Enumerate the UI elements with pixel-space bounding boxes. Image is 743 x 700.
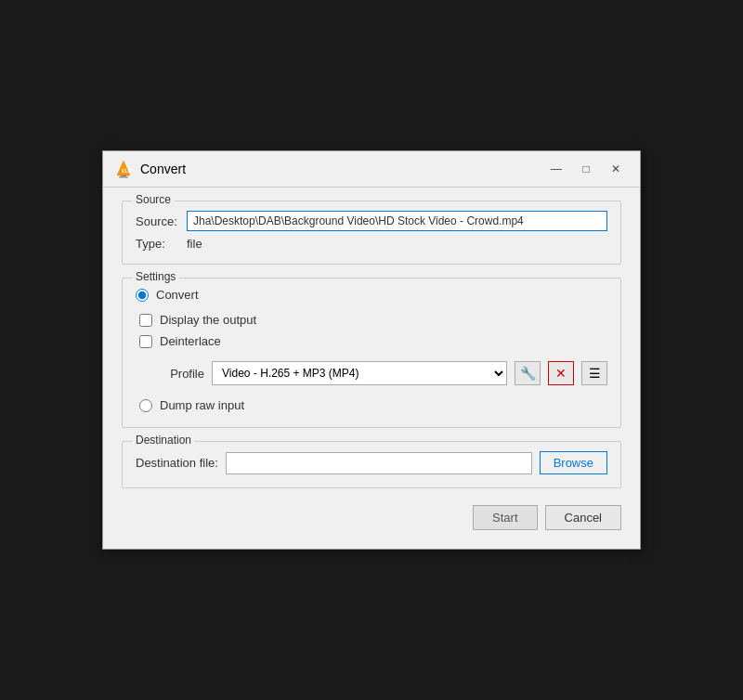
dump-radio-row: Dump raw input [139, 398, 607, 412]
cancel-button[interactable]: Cancel [545, 505, 621, 530]
svg-text:VLC: VLC [122, 168, 133, 174]
type-row: Type: file [136, 237, 607, 251]
svg-rect-2 [119, 176, 128, 177]
deinterlace-row: Deinterlace [139, 334, 607, 348]
browse-button[interactable]: Browse [540, 451, 607, 474]
type-label: Type: [136, 237, 187, 251]
start-button[interactable]: Start [473, 505, 537, 530]
content-area: Source Source: Type: file Settings Conve… [103, 188, 640, 549]
type-value: file [187, 237, 202, 251]
delete-icon: ✕ [555, 366, 567, 381]
profile-label: Profile [139, 367, 204, 381]
dump-radio-label[interactable]: Dump raw input [160, 398, 244, 412]
settings-group: Settings Convert Display the output Dein… [122, 278, 621, 428]
close-button[interactable]: ✕ [603, 159, 629, 179]
profile-select[interactable]: Video - H.265 + MP3 (MP4) Video - H.264 … [212, 361, 507, 385]
convert-radio-row: Convert [136, 288, 607, 302]
svg-rect-1 [121, 175, 127, 177]
deinterlace-label[interactable]: Deinterlace [160, 334, 221, 348]
footer: Start Cancel [122, 501, 621, 534]
dump-radio[interactable] [139, 399, 152, 412]
destination-row: Destination file: Browse [136, 451, 607, 474]
wrench-icon: 🔧 [520, 366, 536, 381]
minimize-button[interactable]: — [543, 159, 569, 179]
source-group-title: Source [132, 193, 175, 206]
dest-file-input[interactable] [226, 452, 532, 474]
display-output-label[interactable]: Display the output [160, 313, 256, 327]
source-row: Source: [136, 211, 607, 231]
dest-file-label: Destination file: [136, 456, 218, 470]
titlebar-controls: — □ ✕ [543, 159, 629, 179]
convert-radio-label[interactable]: Convert [156, 288, 199, 302]
display-output-row: Display the output [139, 313, 607, 327]
vlc-icon: VLC [114, 160, 133, 178]
source-input[interactable] [187, 211, 607, 231]
profile-row: Profile Video - H.265 + MP3 (MP4) Video … [139, 361, 607, 385]
source-label: Source: [136, 214, 187, 228]
destination-group: Destination Destination file: Browse [122, 441, 621, 488]
deinterlace-checkbox[interactable] [139, 335, 152, 348]
profile-edit-button[interactable]: 🔧 [515, 361, 541, 385]
main-window: VLC Convert — □ ✕ Source Source: Type: f… [102, 150, 641, 550]
profile-delete-button[interactable]: ✕ [548, 361, 574, 385]
titlebar: VLC Convert — □ ✕ [103, 151, 640, 188]
window-title: Convert [140, 162, 186, 176]
list-icon: ☰ [589, 366, 601, 381]
profile-list-button[interactable]: ☰ [581, 361, 607, 385]
destination-group-title: Destination [132, 434, 195, 447]
convert-radio[interactable] [136, 289, 149, 302]
source-group: Source Source: Type: file [122, 201, 621, 265]
titlebar-left: VLC Convert [114, 160, 186, 178]
settings-group-title: Settings [132, 270, 179, 283]
maximize-button[interactable]: □ [573, 159, 599, 179]
display-output-checkbox[interactable] [139, 314, 152, 327]
